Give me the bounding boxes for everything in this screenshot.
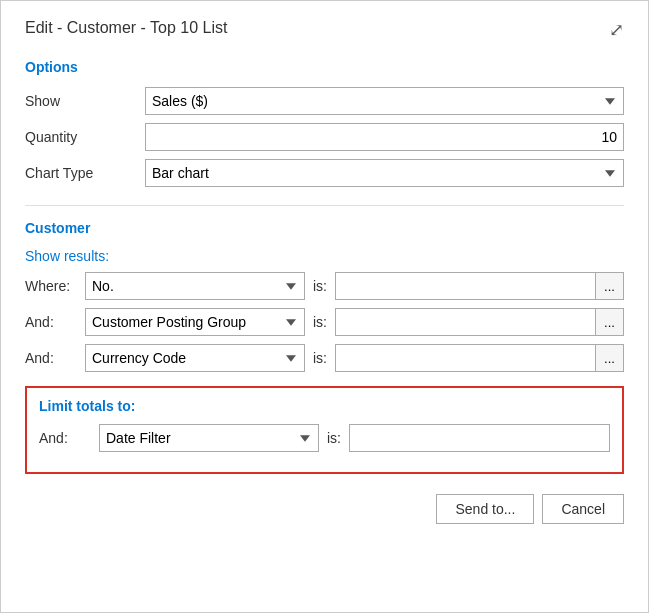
where-row: Where: No. Name City is: ... <box>25 272 624 300</box>
and1-ellipsis-button[interactable]: ... <box>596 308 624 336</box>
and2-label: And: <box>25 350 85 366</box>
quantity-input[interactable] <box>145 123 624 151</box>
and1-value-input[interactable] <box>335 308 596 336</box>
quantity-label: Quantity <box>25 129 145 145</box>
customer-section: Customer Show results: Where: No. Name C… <box>25 220 624 372</box>
limit-and-label: And: <box>39 430 99 446</box>
expand-icon[interactable]: ⤢ <box>609 19 624 41</box>
dialog-title: Edit - Customer - Top 10 List <box>25 19 227 37</box>
dialog-footer: Send to... Cancel <box>25 494 624 524</box>
date-filter-select[interactable]: Date Filter <box>99 424 319 452</box>
customer-section-title: Customer <box>25 220 624 236</box>
where-field-select[interactable]: No. Name City <box>85 272 305 300</box>
chart-type-select[interactable]: Bar chart Pie chart Line chart <box>145 159 624 187</box>
where-ellipsis-button[interactable]: ... <box>596 272 624 300</box>
and2-ellipsis-button[interactable]: ... <box>596 344 624 372</box>
limit-totals-section: Limit totals to: And: Date Filter is: <box>25 386 624 474</box>
limit-and-row: And: Date Filter is: <box>39 424 610 452</box>
where-is-label: is: <box>305 278 335 294</box>
dialog-header: Edit - Customer - Top 10 List ⤢ <box>25 19 624 41</box>
show-select[interactable]: Sales ($) Quantity Profit <box>145 87 624 115</box>
where-label: Where: <box>25 278 85 294</box>
and1-row: And: Customer Posting Group No. Name is:… <box>25 308 624 336</box>
show-control: Sales ($) Quantity Profit <box>145 87 624 115</box>
quantity-row: Quantity <box>25 123 624 151</box>
date-filter-value-input[interactable] <box>349 424 610 452</box>
limit-totals-title: Limit totals to: <box>39 398 610 414</box>
show-label: Show <box>25 93 145 109</box>
show-row: Show Sales ($) Quantity Profit <box>25 87 624 115</box>
show-results-label: Show results: <box>25 248 624 264</box>
where-value-wrap: ... <box>335 272 624 300</box>
and1-field-select[interactable]: Customer Posting Group No. Name <box>85 308 305 336</box>
where-value-input[interactable] <box>335 272 596 300</box>
chart-type-label: Chart Type <box>25 165 145 181</box>
send-to-button[interactable]: Send to... <box>436 494 534 524</box>
limit-is-label: is: <box>319 430 349 446</box>
chart-type-row: Chart Type Bar chart Pie chart Line char… <box>25 159 624 187</box>
limit-value-wrap <box>349 424 610 452</box>
and2-value-wrap: ... <box>335 344 624 372</box>
options-section: Options Show Sales ($) Quantity Profit Q… <box>25 59 624 187</box>
divider1 <box>25 205 624 206</box>
and2-row: And: Currency Code No. Name is: ... <box>25 344 624 372</box>
chart-type-control: Bar chart Pie chart Line chart <box>145 159 624 187</box>
dialog-container: Edit - Customer - Top 10 List ⤢ Options … <box>0 0 649 613</box>
options-section-title: Options <box>25 59 624 75</box>
and2-is-label: is: <box>305 350 335 366</box>
and2-value-input[interactable] <box>335 344 596 372</box>
and2-field-select[interactable]: Currency Code No. Name <box>85 344 305 372</box>
and1-label: And: <box>25 314 85 330</box>
quantity-control <box>145 123 624 151</box>
cancel-button[interactable]: Cancel <box>542 494 624 524</box>
and1-is-label: is: <box>305 314 335 330</box>
and1-value-wrap: ... <box>335 308 624 336</box>
